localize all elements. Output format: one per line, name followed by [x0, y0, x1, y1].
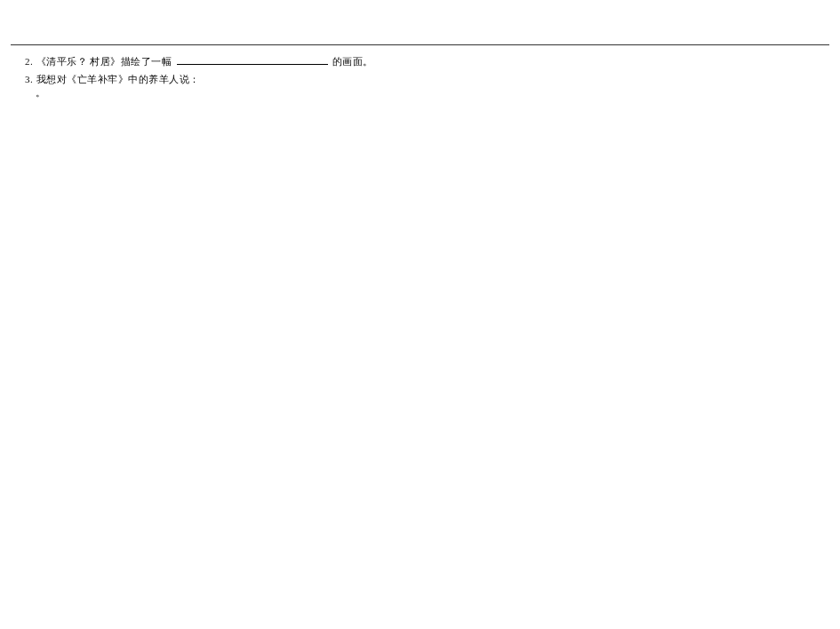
- question-3-number: 3.: [25, 71, 33, 89]
- page-content: 2. 《清平乐？ 村居》描绘了一幅 的画面。 3. 我想对《亡羊补牢》中的养羊人…: [0, 0, 840, 71]
- fill-blank-1: [177, 53, 328, 65]
- question-2: 2. 《清平乐？ 村居》描绘了一幅 的画面。: [25, 53, 373, 71]
- question-2-text-after: 的画面。: [332, 56, 373, 67]
- question-2-number: 2.: [25, 53, 33, 71]
- question-3: 3. 我想对《亡羊补牢》中的养羊人说：: [25, 71, 200, 89]
- question-2-text-before: 《清平乐: [36, 56, 77, 67]
- divider-line: [11, 44, 829, 45]
- question-3-continuation: 。: [36, 84, 46, 102]
- question-3-period: 。: [36, 87, 46, 98]
- question-3-text: 我想对《亡羊补牢》中的养羊人说：: [36, 74, 200, 84]
- question-mark-icon: ？: [77, 56, 88, 67]
- question-2-text-mid: 村居》描绘了一幅: [87, 56, 172, 67]
